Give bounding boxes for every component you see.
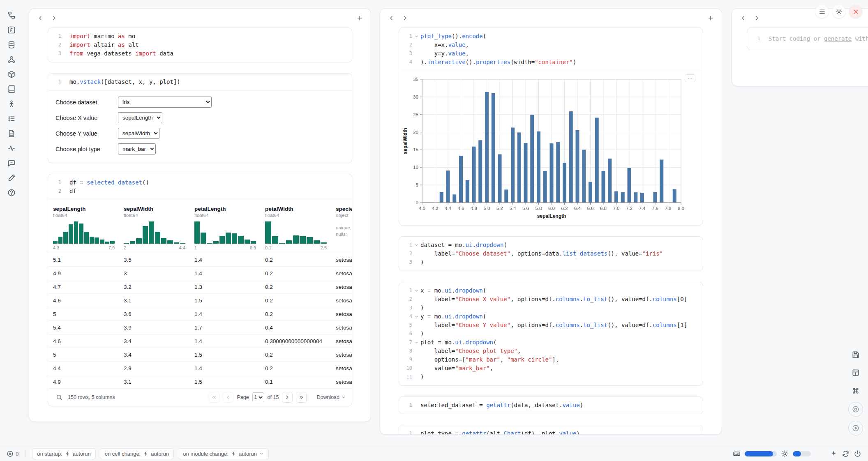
ai-sparkle-icon[interactable] <box>830 450 838 458</box>
code-editor[interactable]: 1plot_type = getattr(alt.Chart(df), plot… <box>399 425 703 435</box>
notebook-menu-button[interactable] <box>815 5 829 18</box>
chevron-right-icon <box>754 15 760 21</box>
code-editor[interactable]: 1dataset = mo.ui.dropdown(2 label="Choos… <box>399 237 703 271</box>
data-table: sepalLengthfloat644.37.9sepalWidthfloat6… <box>48 200 352 406</box>
column-header-species[interactable]: speciesobjectuniquenulls: <box>331 203 352 253</box>
run-all-button[interactable] <box>848 421 863 436</box>
sidebar-checklist-button[interactable] <box>5 113 18 124</box>
table-row[interactable]: 4.93.11.50.1setosa <box>48 375 352 388</box>
control-row: Choose X valuesepalLength <box>55 112 344 123</box>
column-scroll-right-button[interactable] <box>48 12 60 24</box>
code-editor[interactable]: 1 Start coding or generate with AI <box>747 28 868 50</box>
download-button[interactable]: Download <box>316 394 346 400</box>
line-number: 4 <box>399 312 412 321</box>
table-search-button[interactable] <box>54 392 65 403</box>
next-page-button[interactable] <box>282 392 293 403</box>
app-view-button[interactable] <box>848 402 863 417</box>
table-row[interactable]: 4.63.11.50.2setosa <box>48 293 352 307</box>
sidebar-scratchpad-button[interactable] <box>5 172 18 184</box>
sidebar-explorer-button[interactable] <box>5 9 18 21</box>
restart-kernel-icon[interactable] <box>842 450 850 458</box>
page-select[interactable]: 1 <box>252 392 264 402</box>
plot-type-select[interactable]: mark_bar <box>118 143 156 154</box>
chevron-down-icon <box>341 395 346 400</box>
gear-icon[interactable] <box>781 450 789 458</box>
line-number: 2 <box>48 41 61 49</box>
control-label: Choose X value <box>55 115 118 121</box>
chevron-right-icon <box>284 394 290 400</box>
code-editor[interactable]: 1mo.vstack([dataset, x, y, plot]) <box>48 74 352 90</box>
sidebar-snippets-button[interactable] <box>5 127 18 139</box>
table-row[interactable]: 53.61.40.2setosa <box>48 307 352 320</box>
code-editor[interactable]: 1df = selected_dataset()2df <box>48 174 352 200</box>
add-cell-button[interactable] <box>704 12 717 24</box>
sidebar-datasources-button[interactable] <box>5 39 18 51</box>
sidebar-outline-button[interactable] <box>5 98 18 110</box>
column-scroll-left-button[interactable] <box>34 12 46 24</box>
chart-actions-button[interactable] <box>685 74 695 82</box>
autorun-chip[interactable]: on startup:autorun <box>32 448 96 459</box>
autorun-chip[interactable]: on module change:autorun <box>178 448 269 459</box>
table-cell: 5 <box>48 311 119 317</box>
window-controls <box>815 5 862 18</box>
save-button[interactable] <box>849 348 863 362</box>
last-page-button[interactable] <box>296 392 307 403</box>
shutdown-button[interactable] <box>849 5 862 18</box>
column-header-sepalWidth[interactable]: sepalWidthfloat6424.4 <box>119 203 189 253</box>
table-row[interactable]: 4.42.91.40.2setosa <box>48 361 352 375</box>
scratchpad-icon <box>7 174 16 182</box>
prev-page-button[interactable] <box>223 392 233 403</box>
first-page-button[interactable] <box>209 392 219 403</box>
fold-chevron-icon[interactable] <box>414 340 419 345</box>
power-icon[interactable] <box>854 450 861 458</box>
table-cell: 0.2 <box>260 297 331 304</box>
code-editor[interactable]: 1x = mo.ui.dropdown(2 label="Choose X va… <box>399 282 703 385</box>
column-scroll-right-button[interactable] <box>751 12 763 24</box>
code-editor[interactable]: 1selected_dataset = getattr(data, datase… <box>399 397 703 414</box>
generate-with-ai-link[interactable]: generate <box>824 35 852 42</box>
table-cell: setosa <box>331 257 352 263</box>
table-row[interactable]: 53.41.50.2setosa <box>48 348 352 361</box>
sidebar-dependencies-button[interactable] <box>5 53 18 65</box>
sidebar-logs-button[interactable] <box>5 142 18 154</box>
column-scroll-left-button[interactable] <box>385 12 397 24</box>
fold-chevron-icon[interactable] <box>414 34 419 39</box>
autorun-chip[interactable]: on cell change:autorun <box>100 448 174 459</box>
svg-text:5.8: 5.8 <box>536 206 542 211</box>
line-number: 2 <box>399 249 412 258</box>
column-header-petalLength[interactable]: petalLengthfloat6416.9 <box>189 203 260 253</box>
add-cell-button[interactable] <box>353 12 366 24</box>
errors-indicator[interactable]: 0 <box>7 450 18 457</box>
table-row[interactable]: 5.13.51.40.2setosa <box>48 253 352 266</box>
table-cell: 1.3 <box>189 284 260 290</box>
table-row[interactable]: 5.43.91.70.4setosa <box>48 320 352 334</box>
sidebar-functions-button[interactable] <box>5 24 18 36</box>
table-row[interactable]: 4.73.21.30.2setosa <box>48 280 352 293</box>
code-editor[interactable]: 1import marimo as mo2import altair as al… <box>48 28 352 62</box>
fold-chevron-icon[interactable] <box>414 243 419 247</box>
sidebar-packages-button[interactable] <box>5 68 18 80</box>
fold-chevron-icon[interactable] <box>414 314 419 319</box>
sidebar-help-button[interactable] <box>5 187 18 198</box>
column-stats: uniquenulls: <box>336 224 348 237</box>
layout-grid-button[interactable] <box>849 366 863 380</box>
y-value-select[interactable]: sepalWidth <box>118 128 159 139</box>
column-header-petalWidth[interactable]: petalWidthfloat640.12.5 <box>260 203 331 253</box>
svg-text:6.0: 6.0 <box>548 206 555 211</box>
sidebar-chat-button[interactable] <box>5 157 18 169</box>
settings-button[interactable] <box>832 5 845 18</box>
table-row[interactable]: 4.63.41.40.30000000000000004setosa <box>48 334 352 348</box>
dataset-select[interactable]: iris <box>118 97 212 108</box>
sidebar-documentation-button[interactable] <box>5 83 18 95</box>
column-header-sepalLength[interactable]: sepalLengthfloat644.37.9 <box>48 203 119 253</box>
x-value-select[interactable]: sepalLength <box>118 112 162 123</box>
fold-chevron-icon[interactable] <box>414 288 419 293</box>
column-scroll-right-button[interactable] <box>399 12 411 24</box>
keyboard-shortcuts-button[interactable] <box>849 384 863 398</box>
keyboard-icon[interactable] <box>733 450 741 458</box>
sepal-bar-chart[interactable]: 4.04.24.44.64.85.05.25.45.65.86.06.26.46… <box>402 75 689 221</box>
packages-icon <box>7 70 16 78</box>
code-editor[interactable]: 1plot_type().encode(2 x=x.value,3 y=y.va… <box>399 28 703 71</box>
table-row[interactable]: 4.931.40.2setosa <box>48 266 352 280</box>
column-scroll-left-button[interactable] <box>737 12 749 24</box>
